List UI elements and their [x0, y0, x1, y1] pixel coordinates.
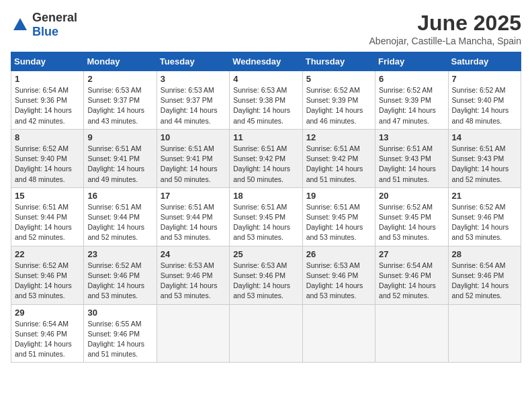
day-info: Sunrise: 6:53 AMSunset: 9:38 PMDaylight:… [233, 85, 298, 126]
day-number: 28 [452, 249, 517, 259]
day-number: 21 [452, 191, 517, 201]
sunrise-text: Sunrise: 6:55 AM [87, 320, 141, 328]
day-info: Sunrise: 6:52 AMSunset: 9:46 PMDaylight:… [15, 261, 80, 302]
sunrise-text: Sunrise: 6:53 AM [233, 261, 287, 269]
sunrise-text: Sunrise: 6:54 AM [15, 86, 69, 94]
day-number: 18 [233, 191, 298, 201]
table-row: 25Sunrise: 6:53 AMSunset: 9:46 PMDayligh… [230, 246, 302, 304]
daylight-text: Daylight: 14 hours and 53 minutes. [306, 281, 363, 300]
table-row: 29Sunrise: 6:54 AMSunset: 9:46 PMDayligh… [11, 304, 84, 363]
daylight-text: Daylight: 14 hours and 53 minutes. [233, 281, 290, 300]
table-row [302, 304, 375, 363]
day-info: Sunrise: 6:52 AMSunset: 9:46 PMDaylight:… [452, 202, 517, 243]
day-number: 20 [379, 191, 444, 201]
day-info: Sunrise: 6:53 AMSunset: 9:37 PMDaylight:… [161, 85, 226, 126]
sunset-text: Sunset: 9:38 PM [233, 96, 285, 104]
sunset-text: Sunset: 9:41 PM [161, 154, 213, 163]
daylight-text: Daylight: 14 hours and 45 minutes. [233, 106, 290, 124]
sunset-text: Sunset: 9:43 PM [452, 154, 504, 163]
sunrise-text: Sunrise: 6:52 AM [15, 144, 69, 152]
day-number: 2 [87, 74, 152, 84]
daylight-text: Daylight: 14 hours and 53 minutes. [379, 223, 436, 241]
sunset-text: Sunset: 9:43 PM [379, 154, 431, 163]
table-row: 22Sunrise: 6:52 AMSunset: 9:46 PMDayligh… [11, 246, 84, 304]
calendar-week-row: 22Sunrise: 6:52 AMSunset: 9:46 PMDayligh… [11, 246, 521, 304]
day-info: Sunrise: 6:52 AMSunset: 9:46 PMDaylight:… [87, 261, 152, 302]
table-row: 24Sunrise: 6:53 AMSunset: 9:46 PMDayligh… [157, 246, 229, 304]
day-info: Sunrise: 6:52 AMSunset: 9:40 PMDaylight:… [15, 144, 80, 185]
table-row: 23Sunrise: 6:52 AMSunset: 9:46 PMDayligh… [84, 246, 157, 304]
calendar-subtitle: Abenojar, Castille-La Mancha, Spain [369, 36, 521, 46]
page-header: General Blue June 2025 Abenojar, Castill… [11, 11, 521, 46]
day-info: Sunrise: 6:53 AMSunset: 9:46 PMDaylight:… [306, 261, 371, 302]
day-number: 16 [87, 191, 152, 201]
table-row: 20Sunrise: 6:52 AMSunset: 9:45 PMDayligh… [375, 187, 448, 246]
day-info: Sunrise: 6:54 AMSunset: 9:46 PMDaylight:… [452, 261, 517, 302]
sunset-text: Sunset: 9:46 PM [161, 271, 213, 279]
table-row: 6Sunrise: 6:52 AMSunset: 9:39 PMDaylight… [375, 71, 448, 130]
sunset-text: Sunset: 9:46 PM [379, 271, 431, 279]
sunrise-text: Sunrise: 6:54 AM [379, 261, 433, 269]
sunrise-text: Sunrise: 6:53 AM [233, 86, 287, 94]
day-info: Sunrise: 6:54 AMSunset: 9:36 PMDaylight:… [15, 85, 80, 126]
daylight-text: Daylight: 14 hours and 44 minutes. [161, 106, 218, 124]
daylight-text: Daylight: 14 hours and 51 minutes. [87, 340, 144, 358]
day-number: 22 [15, 249, 80, 259]
sunrise-text: Sunrise: 6:52 AM [379, 86, 433, 94]
logo: General Blue [11, 11, 77, 39]
header-friday: Friday [375, 52, 448, 71]
table-row: 17Sunrise: 6:51 AMSunset: 9:44 PMDayligh… [157, 187, 229, 246]
sunset-text: Sunset: 9:40 PM [15, 154, 67, 163]
table-row [375, 304, 448, 363]
day-number: 8 [15, 132, 80, 142]
sunrise-text: Sunrise: 6:51 AM [306, 203, 360, 211]
sunset-text: Sunset: 9:42 PM [306, 154, 359, 163]
table-row: 8Sunrise: 6:52 AMSunset: 9:40 PMDaylight… [11, 129, 84, 187]
daylight-text: Daylight: 14 hours and 52 minutes. [15, 223, 72, 241]
sunset-text: Sunset: 9:46 PM [87, 330, 140, 338]
daylight-text: Daylight: 14 hours and 43 minutes. [87, 106, 144, 124]
sunrise-text: Sunrise: 6:52 AM [452, 203, 506, 211]
table-row: 7Sunrise: 6:52 AMSunset: 9:40 PMDaylight… [448, 71, 521, 130]
day-number: 27 [379, 249, 444, 259]
day-number: 1 [15, 74, 80, 84]
daylight-text: Daylight: 14 hours and 46 minutes. [306, 106, 363, 124]
logo-blue: Blue [32, 25, 58, 38]
daylight-text: Daylight: 14 hours and 52 minutes. [87, 223, 144, 241]
day-number: 12 [306, 132, 371, 142]
sunset-text: Sunset: 9:39 PM [306, 96, 359, 104]
day-info: Sunrise: 6:52 AMSunset: 9:45 PMDaylight:… [379, 202, 444, 243]
sunrise-text: Sunrise: 6:51 AM [306, 144, 360, 152]
sunset-text: Sunset: 9:46 PM [233, 271, 285, 279]
daylight-text: Daylight: 14 hours and 50 minutes. [161, 165, 218, 183]
sunrise-text: Sunrise: 6:51 AM [161, 144, 214, 152]
sunrise-text: Sunrise: 6:52 AM [306, 86, 360, 94]
daylight-text: Daylight: 14 hours and 42 minutes. [15, 106, 72, 124]
day-info: Sunrise: 6:51 AMSunset: 9:44 PMDaylight:… [87, 202, 152, 243]
day-info: Sunrise: 6:51 AMSunset: 9:43 PMDaylight:… [452, 144, 517, 185]
daylight-text: Daylight: 14 hours and 53 minutes. [452, 223, 509, 241]
sunset-text: Sunset: 9:37 PM [161, 96, 213, 104]
day-info: Sunrise: 6:53 AMSunset: 9:46 PMDaylight:… [233, 261, 298, 302]
day-number: 11 [233, 132, 298, 142]
title-area: June 2025 Abenojar, Castille-La Mancha, … [369, 11, 521, 46]
day-info: Sunrise: 6:52 AMSunset: 9:39 PMDaylight:… [379, 85, 444, 126]
daylight-text: Daylight: 14 hours and 48 minutes. [15, 165, 72, 183]
day-info: Sunrise: 6:52 AMSunset: 9:40 PMDaylight:… [452, 85, 517, 126]
daylight-text: Daylight: 14 hours and 52 minutes. [452, 165, 509, 183]
sunrise-text: Sunrise: 6:51 AM [379, 144, 433, 152]
daylight-text: Daylight: 14 hours and 52 minutes. [379, 281, 436, 300]
sunrise-text: Sunrise: 6:52 AM [379, 203, 433, 211]
calendar-table: Sunday Monday Tuesday Wednesday Thursday… [11, 52, 521, 363]
sunrise-text: Sunrise: 6:51 AM [233, 144, 287, 152]
sunrise-text: Sunrise: 6:53 AM [161, 86, 214, 94]
table-row: 5Sunrise: 6:52 AMSunset: 9:39 PMDaylight… [302, 71, 375, 130]
sunset-text: Sunset: 9:37 PM [87, 96, 140, 104]
header-sunday: Sunday [11, 52, 84, 71]
day-number: 5 [306, 74, 371, 84]
sunrise-text: Sunrise: 6:51 AM [452, 144, 506, 152]
table-row: 2Sunrise: 6:53 AMSunset: 9:37 PMDaylight… [84, 71, 157, 130]
calendar-title: June 2025 [369, 11, 521, 36]
sunset-text: Sunset: 9:39 PM [379, 96, 431, 104]
table-row: 11Sunrise: 6:51 AMSunset: 9:42 PMDayligh… [230, 129, 302, 187]
